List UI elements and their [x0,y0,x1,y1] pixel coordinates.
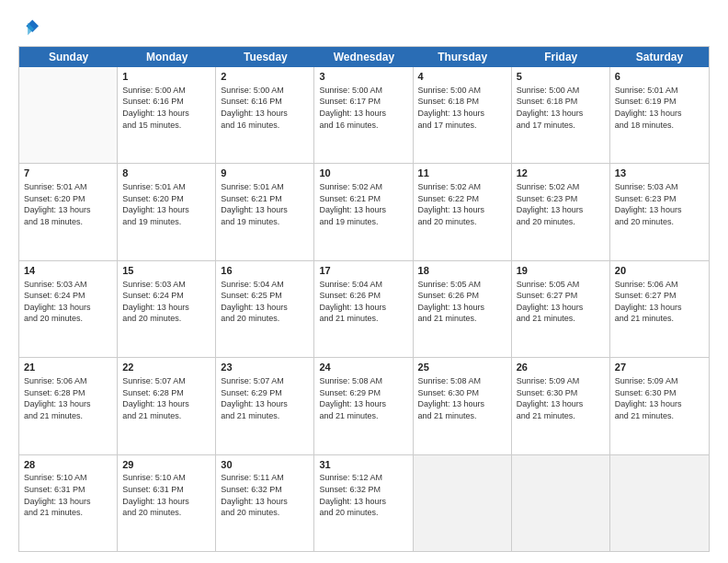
cell-info: Sunrise: 5:02 AM Sunset: 6:21 PM Dayligh… [319,181,407,227]
day-number: 27 [615,361,704,374]
calendar-cell: 16Sunrise: 5:04 AM Sunset: 6:25 PM Dayli… [216,261,314,357]
calendar-row: 14Sunrise: 5:03 AM Sunset: 6:24 PM Dayli… [19,261,709,358]
calendar-cell: 31Sunrise: 5:12 AM Sunset: 6:32 PM Dayli… [314,455,413,551]
weekday-header: Thursday [414,47,512,67]
day-number: 13 [615,167,704,180]
weekday-header: Wednesday [314,47,413,67]
cell-info: Sunrise: 5:06 AM Sunset: 6:28 PM Dayligh… [24,375,112,421]
day-number: 16 [221,264,309,278]
calendar-cell: 18Sunrise: 5:05 AM Sunset: 6:26 PM Dayli… [414,261,512,357]
cell-info: Sunrise: 5:01 AM Sunset: 6:20 PM Dayligh… [122,181,210,227]
day-number: 25 [418,361,506,374]
cell-info: Sunrise: 5:07 AM Sunset: 6:29 PM Dayligh… [221,375,309,421]
calendar-cell: 30Sunrise: 5:11 AM Sunset: 6:32 PM Dayli… [216,455,314,551]
calendar-cell: 14Sunrise: 5:03 AM Sunset: 6:24 PM Dayli… [19,261,118,357]
day-number: 7 [24,167,112,180]
calendar-cell: 19Sunrise: 5:05 AM Sunset: 6:27 PM Dayli… [512,261,610,357]
weekday-header: Tuesday [216,47,314,67]
cell-info: Sunrise: 5:10 AM Sunset: 6:31 PM Dayligh… [122,472,210,518]
calendar-header: SundayMondayTuesdayWednesdayThursdayFrid… [19,47,709,67]
day-number: 26 [517,361,605,374]
day-number: 30 [221,458,309,472]
cell-info: Sunrise: 5:09 AM Sunset: 6:30 PM Dayligh… [615,375,704,421]
calendar-cell [414,455,512,551]
calendar-cell: 20Sunrise: 5:06 AM Sunset: 6:27 PM Dayli… [610,261,709,357]
day-number: 3 [319,70,407,84]
calendar-cell: 26Sunrise: 5:09 AM Sunset: 6:30 PM Dayli… [512,358,610,454]
calendar-cell: 6Sunrise: 5:01 AM Sunset: 6:19 PM Daylig… [610,67,709,163]
day-number: 8 [122,167,210,180]
cell-info: Sunrise: 5:04 AM Sunset: 6:25 PM Dayligh… [221,279,309,325]
cell-info: Sunrise: 5:03 AM Sunset: 6:23 PM Dayligh… [615,181,704,227]
day-number: 9 [221,167,309,180]
cell-info: Sunrise: 5:08 AM Sunset: 6:29 PM Dayligh… [319,375,407,421]
day-number: 28 [24,458,112,472]
calendar-cell: 9Sunrise: 5:01 AM Sunset: 6:21 PM Daylig… [216,164,314,259]
cell-info: Sunrise: 5:00 AM Sunset: 6:18 PM Dayligh… [517,85,605,131]
calendar-row: 28Sunrise: 5:10 AM Sunset: 6:31 PM Dayli… [19,455,709,551]
day-number: 5 [517,70,605,84]
calendar-cell: 8Sunrise: 5:01 AM Sunset: 6:20 PM Daylig… [118,164,216,259]
calendar-row: 21Sunrise: 5:06 AM Sunset: 6:28 PM Dayli… [19,358,709,454]
calendar-cell: 2Sunrise: 5:00 AM Sunset: 6:16 PM Daylig… [216,67,314,163]
cell-info: Sunrise: 5:09 AM Sunset: 6:30 PM Dayligh… [517,375,605,421]
calendar-cell: 4Sunrise: 5:00 AM Sunset: 6:18 PM Daylig… [414,67,512,163]
calendar-cell: 5Sunrise: 5:00 AM Sunset: 6:18 PM Daylig… [512,67,610,163]
cell-info: Sunrise: 5:00 AM Sunset: 6:17 PM Dayligh… [319,85,407,131]
calendar-row: 1Sunrise: 5:00 AM Sunset: 6:16 PM Daylig… [19,67,709,164]
cell-info: Sunrise: 5:03 AM Sunset: 6:24 PM Dayligh… [24,279,112,325]
calendar-row: 7Sunrise: 5:01 AM Sunset: 6:20 PM Daylig… [19,164,709,260]
cell-info: Sunrise: 5:07 AM Sunset: 6:28 PM Dayligh… [122,375,210,421]
cell-info: Sunrise: 5:01 AM Sunset: 6:20 PM Dayligh… [24,181,112,227]
day-number: 22 [122,361,210,374]
cell-info: Sunrise: 5:02 AM Sunset: 6:22 PM Dayligh… [418,181,506,227]
weekday-header: Friday [512,47,610,67]
day-number: 19 [517,264,605,278]
cell-info: Sunrise: 5:03 AM Sunset: 6:24 PM Dayligh… [122,279,210,325]
calendar: SundayMondayTuesdayWednesdayThursdayFrid… [18,46,710,552]
day-number: 23 [221,361,309,374]
day-number: 6 [615,70,704,84]
day-number: 12 [517,167,605,180]
calendar-cell: 1Sunrise: 5:00 AM Sunset: 6:16 PM Daylig… [118,67,216,163]
day-number: 2 [221,70,309,84]
calendar-cell: 24Sunrise: 5:08 AM Sunset: 6:29 PM Dayli… [314,358,413,454]
day-number: 20 [615,264,704,278]
calendar-cell: 21Sunrise: 5:06 AM Sunset: 6:28 PM Dayli… [19,358,118,454]
calendar-body: 1Sunrise: 5:00 AM Sunset: 6:16 PM Daylig… [19,67,709,551]
calendar-cell: 3Sunrise: 5:00 AM Sunset: 6:17 PM Daylig… [314,67,413,163]
calendar-cell: 12Sunrise: 5:02 AM Sunset: 6:23 PM Dayli… [512,164,610,259]
day-number: 18 [418,264,506,278]
weekday-header: Saturday [610,47,709,67]
cell-info: Sunrise: 5:10 AM Sunset: 6:31 PM Dayligh… [24,472,112,518]
weekday-header: Monday [118,47,216,67]
weekday-header: Sunday [19,47,118,67]
day-number: 31 [319,458,407,472]
calendar-cell: 22Sunrise: 5:07 AM Sunset: 6:28 PM Dayli… [118,358,216,454]
logo [18,17,42,37]
cell-info: Sunrise: 5:01 AM Sunset: 6:21 PM Dayligh… [221,181,309,227]
page: SundayMondayTuesdayWednesdayThursdayFrid… [0,0,728,563]
day-number: 29 [122,458,210,472]
day-number: 10 [319,167,407,180]
cell-info: Sunrise: 5:00 AM Sunset: 6:16 PM Dayligh… [221,85,309,131]
cell-info: Sunrise: 5:00 AM Sunset: 6:18 PM Dayligh… [418,85,506,131]
calendar-cell: 13Sunrise: 5:03 AM Sunset: 6:23 PM Dayli… [610,164,709,259]
day-number: 24 [319,361,407,374]
calendar-cell: 29Sunrise: 5:10 AM Sunset: 6:31 PM Dayli… [118,455,216,551]
cell-info: Sunrise: 5:06 AM Sunset: 6:27 PM Dayligh… [615,279,704,325]
calendar-cell: 17Sunrise: 5:04 AM Sunset: 6:26 PM Dayli… [314,261,413,357]
calendar-cell: 7Sunrise: 5:01 AM Sunset: 6:20 PM Daylig… [19,164,118,259]
cell-info: Sunrise: 5:02 AM Sunset: 6:23 PM Dayligh… [517,181,605,227]
header [18,17,710,37]
calendar-cell: 28Sunrise: 5:10 AM Sunset: 6:31 PM Dayli… [19,455,118,551]
cell-info: Sunrise: 5:04 AM Sunset: 6:26 PM Dayligh… [319,279,407,325]
day-number: 14 [24,264,112,278]
calendar-cell [610,455,709,551]
calendar-cell: 23Sunrise: 5:07 AM Sunset: 6:29 PM Dayli… [216,358,314,454]
cell-info: Sunrise: 5:00 AM Sunset: 6:16 PM Dayligh… [122,85,210,131]
day-number: 17 [319,264,407,278]
calendar-cell [512,455,610,551]
day-number: 4 [418,70,506,84]
cell-info: Sunrise: 5:12 AM Sunset: 6:32 PM Dayligh… [319,472,407,518]
